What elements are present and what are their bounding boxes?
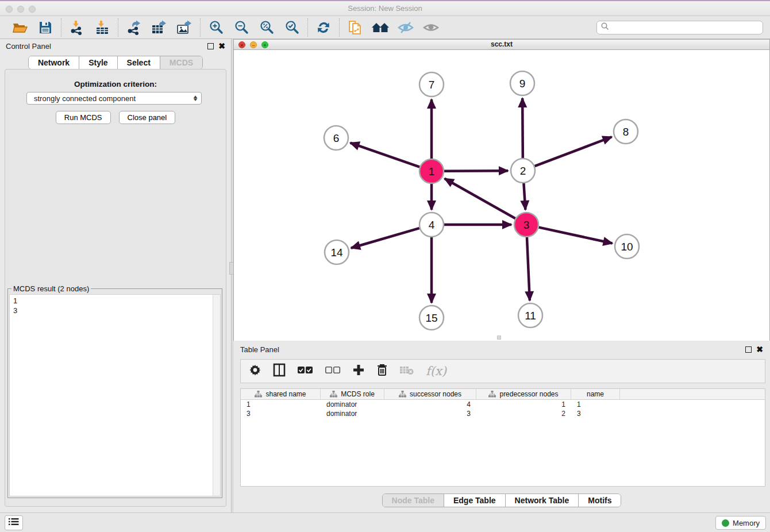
import-table-button[interactable] [94, 19, 111, 36]
select-all-button[interactable] [297, 366, 313, 376]
graph-edge-2-8[interactable] [535, 137, 612, 166]
optimization-criterion-select[interactable]: strongly connected component ▲▼ [26, 92, 202, 105]
column-header-successor-nodes[interactable]: successor nodes [384, 389, 476, 399]
columns-icon [273, 363, 286, 379]
memory-button[interactable]: Memory [715, 516, 766, 530]
table-settings-button[interactable] [249, 364, 261, 379]
table-cell[interactable]: 3 [241, 409, 321, 418]
export-network-button[interactable] [125, 19, 143, 36]
graph-edge-1-2[interactable] [444, 171, 508, 171]
control-panel-tabs: Network Style Select MCDS [28, 56, 203, 70]
tab-network[interactable]: Network [29, 56, 79, 69]
open-session-button[interactable] [11, 19, 29, 36]
mcds-result-scrollbar[interactable] [213, 295, 220, 496]
table-cell[interactable]: dominator [321, 409, 384, 418]
close-panel-button[interactable]: Close panel [119, 111, 176, 124]
float-table-panel-icon[interactable] [745, 346, 752, 353]
import-network-button[interactable] [68, 19, 86, 36]
add-row-button[interactable] [352, 364, 365, 379]
table-cell[interactable]: 3 [384, 409, 476, 418]
window-traffic-lights[interactable] [6, 6, 36, 13]
table-cell[interactable]: 4 [384, 400, 476, 409]
tree-icon [399, 391, 406, 398]
zoom-selected-button[interactable] [283, 19, 301, 36]
search-input[interactable] [610, 24, 759, 32]
run-mcds-button[interactable]: Run MCDS [56, 111, 111, 124]
column-header-mcds-role[interactable]: MCDS role [321, 389, 384, 399]
table-row[interactable]: 1dominator411 [241, 400, 765, 409]
minimize-network-icon[interactable]: – [250, 41, 257, 48]
home-layout-button[interactable] [372, 19, 389, 36]
column-header-predecessor-nodes[interactable]: predecessor nodes [476, 389, 571, 399]
close-window-icon[interactable] [6, 6, 13, 13]
network-graph[interactable]: 7968124314101511 [234, 50, 769, 341]
clone-network-view-button[interactable] [346, 19, 364, 36]
float-panel-icon[interactable] [207, 43, 214, 49]
refresh-view-button[interactable] [315, 19, 332, 36]
column-chooser-button[interactable] [273, 363, 286, 379]
graph-edge-3-1[interactable] [445, 179, 515, 218]
graph-edge-2-3[interactable] [523, 183, 525, 210]
zoom-fit-button[interactable] [258, 19, 275, 36]
export-table-icon [151, 20, 167, 35]
maximize-window-icon[interactable] [29, 6, 36, 13]
tab-edge-table[interactable]: Edge Table [444, 494, 506, 507]
graph-edge-1-6[interactable] [351, 143, 420, 167]
apply-function-button[interactable]: f(x) [426, 364, 446, 378]
task-history-button[interactable] [5, 515, 23, 530]
tab-select[interactable]: Select [118, 56, 160, 69]
mcds-result-text[interactable]: 1 3 [10, 295, 212, 496]
deselect-all-button[interactable] [325, 366, 341, 376]
node-table[interactable]: shared name MCDS role successor nodes pr… [240, 388, 765, 487]
graph-edge-2-9[interactable] [522, 98, 523, 158]
search-field[interactable] [596, 21, 763, 34]
export-image-button[interactable] [176, 19, 193, 36]
close-network-icon[interactable]: × [238, 41, 245, 48]
table-cell[interactable]: 1 [571, 400, 620, 409]
column-header-shared-name[interactable]: shared name [241, 389, 321, 399]
tab-node-table[interactable]: Node Table [383, 494, 444, 507]
fx-icon: f(x) [426, 364, 446, 378]
maximize-network-icon[interactable]: + [261, 41, 268, 48]
gear-icon [249, 364, 261, 379]
table-cell[interactable]: 2 [476, 409, 571, 418]
tab-style[interactable]: Style [79, 56, 117, 69]
network-resize-grip[interactable] [497, 336, 501, 340]
graph-node-label-7: 7 [429, 79, 435, 91]
network-canvas[interactable]: 7968124314101511 [234, 50, 769, 341]
delete-column-icon [399, 365, 414, 377]
table-cell[interactable]: dominator [321, 400, 384, 409]
tab-network-table[interactable]: Network Table [506, 494, 579, 507]
zoom-fit-icon [259, 20, 274, 35]
hide-view-button[interactable] [397, 19, 414, 36]
network-window-controls[interactable]: × – + [238, 41, 268, 48]
tab-mcds[interactable]: MCDS [160, 56, 202, 69]
graph-edge-3-10[interactable] [538, 228, 612, 244]
table-panel-title: Table Panel [240, 345, 279, 354]
delete-row-button[interactable] [376, 363, 388, 379]
tab-motifs[interactable]: Motifs [579, 494, 621, 507]
mcds-result-title: MCDS result (2 nodes) [11, 284, 91, 293]
optimization-criterion-label: Optimization criterion: [5, 80, 226, 88]
minimize-window-icon[interactable] [17, 6, 24, 13]
show-view-button[interactable] [422, 19, 440, 36]
window-title: Session: New Session [0, 1, 770, 16]
table-panel: Table Panel ✖ [233, 342, 770, 512]
save-session-button[interactable] [37, 19, 54, 36]
window-titlebar: Session: New Session [0, 0, 770, 16]
graph-edge-4-14[interactable] [351, 228, 419, 248]
zoom-in-button[interactable] [207, 19, 225, 36]
table-cell[interactable]: 1 [241, 400, 321, 409]
table-toolbar: f(x) [240, 359, 765, 383]
graph-node-label-1: 1 [429, 165, 435, 178]
table-row[interactable]: 3dominator323 [241, 409, 765, 418]
table-cell[interactable]: 3 [571, 409, 620, 418]
close-panel-icon[interactable]: ✖ [218, 43, 225, 49]
column-header-name[interactable]: name [571, 389, 620, 399]
delete-column-button[interactable] [399, 365, 414, 377]
export-table-button[interactable] [151, 19, 168, 36]
table-cell[interactable]: 1 [476, 400, 571, 409]
graph-edge-3-11[interactable] [527, 237, 530, 300]
zoom-out-button[interactable] [233, 19, 250, 36]
close-table-panel-icon[interactable]: ✖ [756, 346, 763, 353]
